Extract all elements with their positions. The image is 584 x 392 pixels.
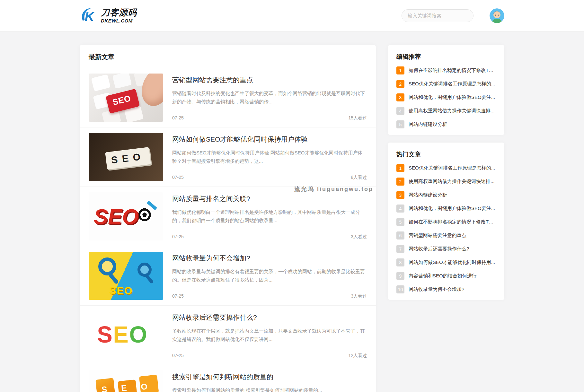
thumbnail-seo-text: SEO [105, 147, 151, 170]
rank-badge: 8 [396, 258, 404, 266]
ranked-list-item[interactable]: 5 如何在不影响排名稳定的情况下修改TD... [396, 218, 496, 226]
article-view-count: 3人看过 [351, 234, 367, 240]
watermark-text: 流光坞 liuguangwu.top [294, 185, 373, 193]
ranked-item-label: 网站和优化，围绕用户体验做SEO要注... [409, 205, 495, 212]
ranked-item-label: 网站内链建设分析 [409, 192, 447, 198]
article-row[interactable]: SEO 网站如何做SEO才能够优化同时保持用户体验 网站如何做SEO才能够优化同… [80, 127, 376, 187]
rank-badge: 9 [396, 272, 404, 280]
ranked-list-item[interactable]: 3 网站内链建设分析 [396, 191, 496, 199]
logo-title: 刀客源码 [101, 8, 137, 17]
ranked-item-label: 使用高权重网站借力操作关键词快速排... [409, 179, 495, 185]
ranked-item-label: 内容营销和SEO的结合如何进行 [409, 273, 477, 279]
rank-badge: 3 [396, 191, 404, 199]
ranked-list-item[interactable]: 9 内容营销和SEO的结合如何进行 [396, 272, 496, 280]
logo-icon: K [80, 6, 98, 25]
article-thumbnail[interactable]: SEO [89, 74, 163, 122]
thumbnail-seo-text: SEO [97, 321, 148, 348]
avatar-image [490, 8, 504, 23]
article-row[interactable]: SEO 网站收录量为何不会增加? 网站的收录量与关键词的排名有着很重要的关系，一… [80, 246, 376, 306]
article-date: 07-25 [172, 115, 184, 121]
article-thumbnail[interactable]: SEO [89, 252, 163, 300]
article-summary: 网站如何做SEO才能够优化同时保持用户体验 网站如何做SEO才能够优化同时保持用… [172, 149, 367, 165]
ranked-item-label: 如何在不影响排名稳定的情况下修改TD... [409, 219, 496, 225]
ranked-item-label: 使用高权重网站借力操作关键词快速排... [409, 108, 495, 114]
ranked-item-label: 营销型网站需要注意的重点 [409, 232, 466, 239]
article-title[interactable]: 营销型网站需要注意的重点 [172, 75, 367, 84]
ranked-list-item[interactable]: 8 网站如何做SEO才能够优化同时保持用... [396, 258, 496, 266]
ranked-item-label: 网站如何做SEO才能够优化同时保持用... [409, 259, 495, 266]
article-summary: 多数站长现在有个误区，就是把站内文章一添加，只要文章收录了就认为可以了不管了，其… [172, 327, 367, 344]
article-date: 07-25 [172, 175, 184, 180]
article-row[interactable]: SEO 搜索引擎是如何判断网站的质量的 搜索引擎是如何判断网站的质量的 搜索引擎… [80, 365, 376, 392]
article-date: 07-25 [172, 234, 184, 240]
ranked-list-item[interactable]: 4 使用高权重网站借力操作关键词快速排... [396, 107, 496, 115]
ranked-item-label: 网站收录量为何不会增加? [409, 286, 464, 292]
article-summary: 网站的收录量与关键词的排名有着很重要的关系，一个成功的网站，前期的收录是比较重要… [172, 267, 367, 284]
search-input[interactable] [408, 13, 467, 18]
article-thumbnail[interactable]: SEO [89, 311, 163, 359]
rank-badge: 1 [396, 164, 404, 172]
article-row[interactable]: SEO 网站质量与排名之间关联? 我们做优化都明白一个道理网站排名是受许多地方影… [80, 187, 376, 246]
site-logo[interactable]: K 刀客源码 DKEWL.COM [80, 6, 137, 25]
article-summary: 我们做优化都明白一个道理网站排名是受许多地方影响的，其中网站质量是占很大一成分的… [172, 208, 367, 225]
main-nav [152, 12, 252, 20]
article-row[interactable]: SEO 网站收录后还需要操作什么? 多数站长现在有个误区，就是把站内文章一添加，… [80, 306, 376, 365]
rank-badge: 10 [396, 285, 404, 293]
thumbnail-art-shape [137, 263, 152, 277]
hot-articles-card: 热门文章 1 SEO优化关键词排名工作原理是怎样的... 2 使用高权重网站借力… [388, 143, 504, 300]
sidebar: 编辑推荐 1 如何在不影响排名稳定的情况下修改TD... 2 SEO优化关键词排… [388, 45, 504, 308]
ranked-list-item[interactable]: 3 网站和优化，围绕用户体验做SEO要注... [396, 93, 496, 101]
article-title[interactable]: 网站收录量为何不会增加? [172, 254, 367, 263]
article-title[interactable]: 网站收录后还需要操作什么? [172, 313, 367, 322]
article-title[interactable]: 搜索引擎是如何判断网站的质量的 [172, 372, 367, 381]
ranked-list-item[interactable]: 2 SEO优化关键词排名工作原理是怎样的... [396, 80, 496, 88]
ranked-list-item[interactable]: 2 使用高权重网站借力操作关键词快速排... [396, 178, 496, 186]
article-view-count: 12人看过 [348, 353, 367, 359]
thumbnail-art-shape [91, 74, 111, 91]
ranked-item-label: 网站收录后还需要操作什么? [409, 246, 469, 252]
section-title: 最新文章 [89, 53, 367, 61]
ranked-item-label: SEO优化关键词排名工作原理是怎样的... [409, 165, 495, 171]
article-thumbnail[interactable]: SEO [89, 370, 163, 392]
rank-badge: 2 [396, 80, 404, 88]
article-row[interactable]: SEO 营销型网站需要注意的重点 营销随着时代及科技的变化也产生了很大的变革，而… [80, 68, 376, 127]
editor-picks-title: 编辑推荐 [396, 53, 496, 61]
ranked-list-item[interactable]: 7 网站收录后还需要操作什么? [396, 245, 496, 253]
ranked-list-item[interactable]: 6 营销型网站需要注意的重点 [396, 231, 496, 240]
article-view-count: 8人看过 [351, 175, 367, 180]
ranked-list-item[interactable]: 4 网站和优化，围绕用户体验做SEO要注... [396, 205, 496, 213]
ranked-item-label: SEO优化关键词排名工作原理是怎样的... [409, 81, 495, 87]
rank-badge: 6 [396, 231, 404, 240]
search-box [402, 9, 473, 22]
article-thumbnail[interactable]: SEO [89, 192, 163, 240]
article-view-count: 3人看过 [351, 293, 367, 299]
editor-picks-list: 1 如何在不影响排名稳定的情况下修改TD... 2 SEO优化关键词排名工作原理… [396, 66, 496, 128]
article-date: 07-25 [172, 353, 184, 359]
ranked-item-label: 如何在不影响排名稳定的情况下修改TD... [409, 67, 496, 74]
ranked-list-item[interactable]: 1 SEO优化关键词排名工作原理是怎样的... [396, 164, 496, 172]
hot-articles-list: 1 SEO优化关键词排名工作原理是怎样的... 2 使用高权重网站借力操作关键词… [396, 164, 496, 293]
ranked-list-item[interactable]: 1 如何在不影响排名稳定的情况下修改TD... [396, 66, 496, 74]
ranked-list-item[interactable]: 10 网站收录量为何不会增加? [396, 285, 496, 293]
rank-badge: 5 [396, 120, 404, 128]
article-date: 07-25 [172, 293, 184, 299]
user-avatar[interactable] [490, 8, 504, 23]
article-title[interactable]: 网站质量与排名之间关联? [172, 194, 367, 203]
svg-text:K: K [84, 9, 95, 24]
ranked-list-item[interactable]: 5 网站内链建设分析 [396, 120, 496, 128]
hot-articles-title: 热门文章 [396, 150, 496, 159]
thumbnail-art-shape [98, 257, 116, 275]
rank-badge: 4 [396, 107, 404, 115]
site-header: K 刀客源码 DKEWL.COM [0, 0, 584, 31]
article-thumbnail[interactable]: SEO [89, 133, 163, 181]
ranked-item-label: 网站内链建设分析 [409, 121, 447, 127]
rank-badge: 4 [396, 205, 404, 213]
article-summary: 搜索引擎是如何判断网站的质量的 搜索引擎是如何判断网站的质量的... [172, 386, 367, 392]
section-header: 最新文章 [80, 45, 376, 68]
article-title[interactable]: 网站如何做SEO才能够优化同时保持用户体验 [172, 135, 367, 144]
thumbnail-art-shape [136, 206, 153, 223]
article-view-count: 15人看过 [348, 115, 367, 121]
logo-subtitle: DKEWL.COM [101, 18, 137, 23]
article-summary: 营销随着时代及科技的变化也产生了很大的变革，而如今网络营销的出现就是互联网时代下… [172, 89, 367, 106]
thumbnail-seo-text: SEO [94, 205, 138, 229]
